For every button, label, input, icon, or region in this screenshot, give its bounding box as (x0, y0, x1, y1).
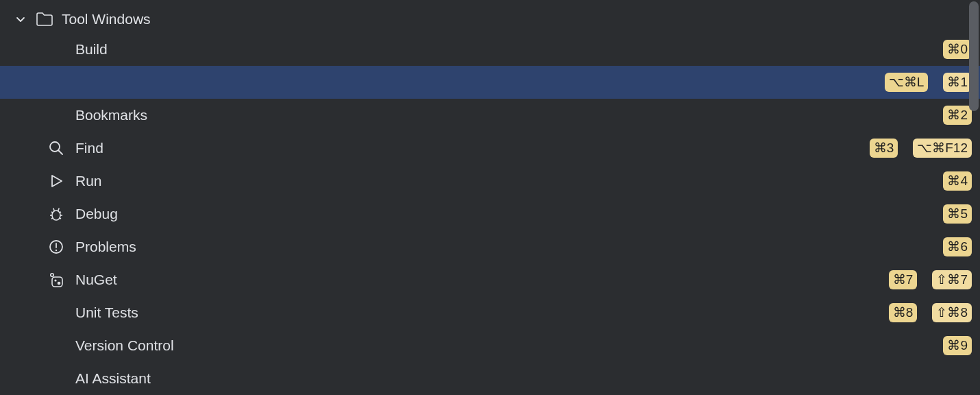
tree-item-bookmarks[interactable]: Bookmarks⌘2 (0, 99, 980, 132)
nuget-icon (48, 272, 67, 288)
scrollbar-thumb[interactable] (969, 1, 979, 111)
item-shortcuts: ⌘2 (943, 106, 972, 125)
shortcut-badge: ⌥⌘L (885, 73, 929, 93)
shortcut-badge: ⌘2 (943, 106, 972, 125)
item-left: NuGet (48, 272, 117, 288)
shortcut-badge: ⌘0 (943, 40, 972, 60)
tree-item-problems[interactable]: Problems⌘6 (0, 230, 980, 263)
folder-icon (36, 12, 53, 27)
svg-line-1 (59, 151, 63, 155)
play-icon (48, 173, 67, 189)
shortcut-badge: ⇧⌘7 (932, 270, 972, 290)
shortcut-badge: ⌘5 (943, 204, 972, 224)
shortcut-badge: ⌘3 (870, 139, 898, 158)
item-label: Unit Tests (75, 304, 138, 321)
bug-icon (48, 206, 67, 222)
item-left: Version Control (48, 337, 174, 354)
shortcut-badge: ⌘9 (943, 336, 972, 356)
item-left: Debug (48, 206, 118, 222)
shortcut-badge: ⌘7 (889, 270, 918, 290)
item-shortcuts: ⌘6 (943, 237, 972, 257)
item-left: Find (48, 140, 103, 156)
item-shortcuts: ⌘5 (943, 204, 972, 224)
item-label: NuGet (75, 272, 117, 288)
item-shortcuts: ⌘8⇧⌘8 (889, 303, 972, 323)
item-shortcuts: ⌘7⇧⌘7 (889, 270, 972, 290)
tree-item-nuget[interactable]: NuGet⌘7⇧⌘7 (0, 263, 980, 296)
shortcut-badge: ⌘6 (943, 237, 972, 257)
item-left: AI Assistant (48, 370, 151, 387)
item-shortcuts: ⌥⌘L⌘1 (885, 73, 972, 93)
group-header-tool-windows[interactable]: Tool Windows (0, 5, 980, 33)
item-label: Build (75, 41, 108, 58)
tree-item-find[interactable]: Find⌘3⌥⌘F12 (0, 132, 980, 165)
svg-point-7 (56, 250, 57, 251)
shortcut-badge: ⌘4 (943, 171, 972, 191)
chevron-down-icon (14, 14, 27, 24)
item-shortcuts: ⌘9 (943, 336, 972, 356)
search-icon (48, 140, 67, 156)
warning-icon (48, 239, 67, 255)
shortcut-badge: ⇧⌘8 (932, 303, 972, 323)
tree-item-debug[interactable]: Debug⌘5 (0, 198, 980, 230)
tree-item-ai-assistant[interactable]: AI Assistant (0, 362, 980, 395)
item-label: Find (75, 140, 103, 156)
item-shortcuts: ⌘0 (943, 40, 972, 60)
item-label: Version Control (75, 337, 174, 354)
tree-item-build[interactable]: Build⌘0 (0, 33, 980, 66)
item-label: Bookmarks (75, 107, 147, 123)
shortcut-badge: ⌘8 (889, 303, 918, 323)
item-left: Problems (48, 239, 136, 255)
item-left: Run (48, 173, 102, 189)
shortcut-badge: ⌘1 (943, 73, 972, 93)
item-shortcuts: ⌘3⌥⌘F12 (870, 139, 972, 158)
svg-rect-9 (52, 277, 62, 287)
item-left: Bookmarks (48, 107, 147, 123)
item-label: Problems (75, 239, 136, 255)
shortcut-badge: ⌥⌘F12 (913, 139, 972, 158)
tree-container[interactable]: Tool Windows Build⌘0⌥⌘L⌘1Bookmarks⌘2Find… (0, 0, 980, 395)
item-label: Debug (75, 206, 118, 222)
svg-point-10 (54, 279, 56, 281)
tree-item-unit-tests[interactable]: Unit Tests⌘8⇧⌘8 (0, 296, 980, 329)
tree-item-run[interactable]: Run⌘4 (0, 165, 980, 198)
tree-item-version-control[interactable]: Version Control⌘9 (0, 329, 980, 362)
item-left: Unit Tests (48, 304, 138, 321)
item-left: Build (48, 41, 108, 58)
item-label: Run (75, 173, 102, 189)
tree-item-item-1[interactable]: ⌥⌘L⌘1 (0, 66, 980, 99)
item-shortcuts: ⌘4 (943, 171, 972, 191)
svg-point-11 (58, 282, 61, 285)
svg-point-2 (52, 211, 60, 220)
group-title: Tool Windows (62, 11, 151, 27)
svg-point-8 (51, 274, 53, 276)
item-label: AI Assistant (75, 370, 151, 387)
